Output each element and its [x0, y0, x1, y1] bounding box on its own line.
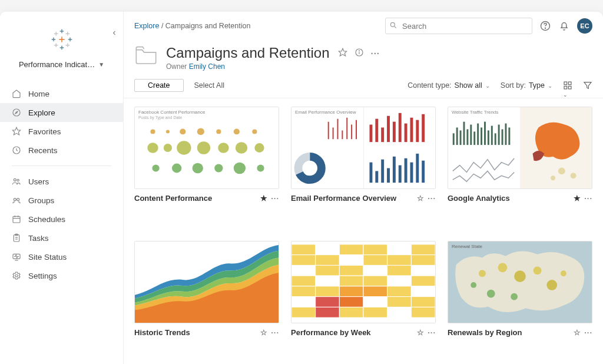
card-more-button[interactable]: ···	[584, 194, 592, 203]
svg-point-22	[14, 178, 16, 181]
svg-rect-48	[568, 86, 571, 89]
card-name: Historic Trends	[134, 328, 260, 337]
svg-rect-135	[387, 265, 412, 276]
nav-label: Settings	[28, 272, 57, 280]
nav-explore[interactable]: Explore	[0, 103, 123, 122]
svg-rect-46	[568, 82, 571, 85]
filter-value: Type	[529, 81, 545, 90]
svg-rect-145	[339, 286, 363, 296]
svg-rect-95	[404, 158, 407, 183]
card-more-button[interactable]: ···	[271, 194, 279, 203]
svg-point-68	[234, 163, 246, 174]
tableau-logo	[0, 16, 123, 58]
thumb-subtitle: Posts by Type and Date	[138, 115, 182, 120]
svg-rect-142	[411, 276, 435, 286]
svg-rect-79	[369, 125, 372, 143]
favorite-toggle[interactable]: ☆	[260, 328, 267, 337]
card-more-button[interactable]: ···	[428, 328, 436, 337]
svg-point-166	[487, 289, 495, 297]
favorite-toggle[interactable]: ☆	[417, 328, 424, 337]
svg-point-67	[214, 164, 223, 173]
svg-rect-138	[316, 276, 340, 286]
svg-rect-127	[339, 254, 363, 265]
workbook-card[interactable]: Performance by Week ☆ ···	[291, 241, 436, 362]
svg-rect-108	[484, 122, 486, 145]
svg-line-38	[394, 26, 396, 28]
svg-point-66	[193, 163, 203, 174]
nav-schedules[interactable]: Schedules	[0, 210, 123, 229]
svg-rect-105	[473, 131, 475, 145]
workbook-card[interactable]: Historic Trends ☆ ···	[134, 241, 279, 362]
svg-rect-81	[381, 128, 384, 143]
svg-rect-128	[363, 254, 387, 265]
svg-rect-131	[291, 265, 316, 276]
svg-point-44	[359, 50, 359, 51]
svg-rect-92	[387, 168, 390, 183]
svg-rect-148	[411, 286, 435, 296]
card-footer: Renewals by Region ☆ ···	[448, 323, 592, 337]
create-button[interactable]: Create	[134, 79, 184, 92]
user-avatar[interactable]: EC	[577, 18, 592, 34]
svg-rect-121	[339, 244, 363, 254]
card-more-button[interactable]: ···	[428, 194, 436, 203]
svg-point-57	[147, 143, 158, 153]
svg-rect-141	[387, 276, 412, 286]
nav-favorites[interactable]: Favorites	[0, 122, 123, 141]
nav-separator	[12, 166, 111, 166]
workbook-card[interactable]: Email Performance Overview	[291, 107, 436, 228]
svg-marker-41	[339, 48, 346, 56]
favorite-page-button[interactable]	[338, 48, 347, 59]
favorite-toggle[interactable]: ★	[574, 194, 581, 203]
favorite-toggle[interactable]: ★	[260, 194, 267, 203]
card-more-button[interactable]: ···	[584, 328, 592, 337]
nav-site-status[interactable]: Site Status	[0, 247, 123, 266]
svg-rect-110	[491, 126, 493, 145]
svg-point-168	[561, 270, 566, 276]
svg-point-58	[164, 144, 172, 152]
workbook-card[interactable]: Website Traffic Trends	[448, 107, 592, 228]
collapse-sidebar-button[interactable]	[111, 28, 118, 39]
card-more-button[interactable]: ···	[271, 328, 279, 337]
favorite-toggle[interactable]: ☆	[574, 328, 581, 337]
view-mode-button[interactable]: ⌄	[563, 81, 572, 90]
content-type-filter[interactable]: Content type: Show all ⌄	[407, 81, 490, 90]
nav-groups[interactable]: Groups	[0, 191, 123, 210]
svg-rect-133	[339, 265, 363, 276]
select-all-link[interactable]: Select All	[194, 81, 224, 90]
nav-recents[interactable]: Recents	[0, 141, 123, 160]
svg-rect-90	[375, 171, 378, 183]
svg-rect-129	[387, 254, 412, 265]
info-icon[interactable]	[354, 48, 364, 59]
nav-label: Recents	[28, 146, 58, 155]
site-picker[interactable]: Performance Indicat… ▼	[0, 58, 123, 80]
help-icon[interactable]	[539, 20, 551, 32]
svg-rect-151	[339, 296, 363, 307]
nav-settings[interactable]: Settings	[0, 266, 123, 285]
breadcrumb-root[interactable]: Explore	[134, 22, 159, 30]
compass-icon	[12, 108, 21, 117]
search-input[interactable]	[385, 18, 532, 34]
nav-home[interactable]: Home	[0, 84, 123, 103]
workbook-card[interactable]: Renewal State	[448, 241, 592, 362]
notifications-icon[interactable]	[558, 20, 570, 32]
svg-rect-150	[316, 296, 340, 307]
nav-label: Tasks	[28, 234, 49, 243]
svg-rect-85	[404, 124, 407, 143]
users-icon	[12, 177, 21, 186]
card-thumbnail: Email Performance Overview	[291, 107, 436, 189]
svg-rect-137	[291, 276, 316, 286]
svg-point-69	[257, 165, 264, 172]
owner-link[interactable]: Emily Chen	[189, 62, 225, 71]
nav-tasks[interactable]: Tasks	[0, 229, 123, 247]
sidebar: Performance Indicat… ▼ Home Explore Favo…	[0, 12, 124, 364]
card-name: Email Performance Overview	[291, 194, 417, 203]
more-actions-button[interactable]: ···	[371, 48, 380, 58]
svg-rect-111	[495, 133, 496, 145]
workbook-card[interactable]: Facebook Content Performance Posts by Ty…	[134, 107, 279, 228]
svg-point-55	[234, 128, 240, 134]
favorite-toggle[interactable]: ☆	[417, 194, 424, 203]
filter-button[interactable]	[583, 81, 592, 90]
nav-users[interactable]: Users	[0, 172, 123, 191]
svg-rect-99	[453, 133, 455, 145]
sort-filter[interactable]: Sort by: Type ⌄	[501, 81, 552, 90]
